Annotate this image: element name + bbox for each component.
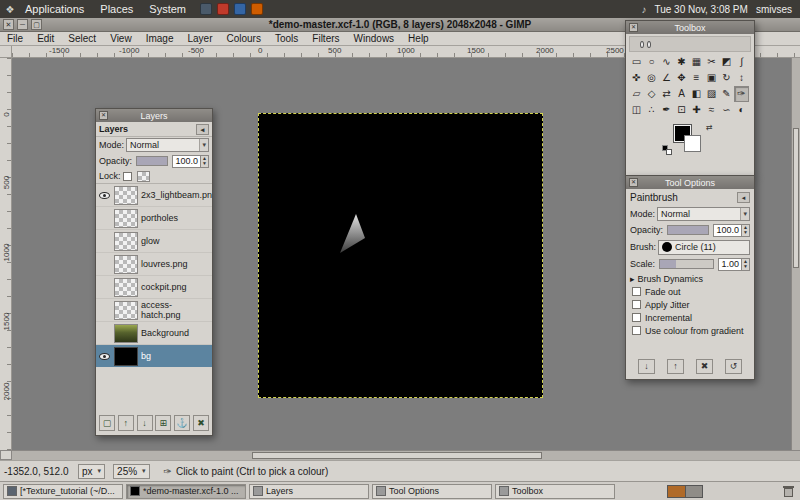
menu-edit[interactable]: Edit [30, 33, 61, 44]
tool-ink[interactable]: ✒ [659, 102, 674, 118]
spin-down-icon[interactable]: ▼ [201, 161, 208, 166]
tool-pencil[interactable]: ✎ [719, 86, 734, 102]
panel-launcher-icon[interactable] [217, 3, 229, 15]
tool-blur-sharpen[interactable]: ≈ [704, 102, 719, 118]
tool-zoom[interactable]: ◎ [644, 70, 659, 86]
opacity-spinner[interactable]: 100.0 ▲▼ [713, 224, 750, 237]
clock[interactable]: Tue 30 Nov, 3:08 PM [654, 4, 747, 15]
tool-fuzzy-select[interactable]: ✱ [674, 54, 689, 70]
layer-thumbnail[interactable] [114, 324, 138, 343]
layer-thumbnail[interactable] [114, 301, 138, 320]
tool-perspective[interactable]: ◇ [644, 86, 659, 102]
layer-row[interactable]: glow [96, 230, 212, 253]
delete-layer-button[interactable]: ✖ [193, 415, 209, 431]
layer-name[interactable]: glow [141, 236, 160, 246]
layer-row[interactable]: access-hatch.png [96, 299, 212, 322]
eye-icon[interactable] [99, 192, 110, 199]
taskbar-item[interactable]: Tool Options [372, 484, 492, 499]
restore-options-button[interactable]: ↑ [667, 359, 684, 374]
tool-airbrush[interactable]: ∴ [644, 102, 659, 118]
trash-icon[interactable] [783, 485, 794, 497]
image-canvas[interactable] [258, 113, 543, 398]
tool-move[interactable]: ✥ [674, 70, 689, 86]
visibility-cell[interactable] [98, 192, 111, 199]
menu-help[interactable]: Help [401, 33, 436, 44]
layer-thumbnail[interactable] [114, 186, 138, 205]
layer-thumbnail[interactable] [114, 232, 138, 251]
checkbox[interactable] [632, 300, 641, 309]
tool-flip[interactable]: ⇄ [659, 86, 674, 102]
menu-image[interactable]: Image [139, 33, 181, 44]
tool-text[interactable]: A [674, 86, 689, 102]
visibility-cell[interactable] [98, 353, 111, 360]
vertical-scrollbar[interactable] [791, 58, 800, 450]
swap-colors-icon[interactable]: ⇄ [706, 123, 713, 132]
brush-dynamics-expander[interactable]: ▸ Brush Dynamics [626, 272, 754, 285]
horizontal-scrollbar[interactable] [12, 450, 800, 460]
layer-name[interactable]: 2x3_lightbeam.png [141, 190, 212, 200]
dock-menu-icon[interactable]: ◂ [196, 124, 209, 135]
toolbox-titlebar[interactable]: ✕ Toolbox [626, 21, 754, 34]
scale-spinner[interactable]: 1.00 ▲▼ [718, 258, 750, 271]
raise-layer-button[interactable]: ↑ [118, 415, 134, 431]
fade-out-option[interactable]: Fade out [626, 285, 754, 298]
tool-bucket-fill[interactable]: ◧ [689, 86, 704, 102]
apply-jitter-option[interactable]: Apply Jitter [626, 298, 754, 311]
menu-view[interactable]: View [103, 33, 139, 44]
dock-menu-icon[interactable]: ◂ [737, 192, 750, 203]
spinner-arrows[interactable]: ▲▼ [741, 259, 749, 270]
scrollbar-thumb[interactable] [252, 452, 542, 459]
background-color-swatch[interactable] [684, 135, 701, 152]
new-layer-button[interactable]: ▢ [99, 415, 115, 431]
tool-scale[interactable]: ↕ [734, 70, 749, 86]
spinner-arrows[interactable]: ▲▼ [741, 225, 749, 236]
workspace-1[interactable] [668, 486, 685, 497]
tool-paintbrush[interactable]: ✑ [734, 86, 749, 102]
checkbox[interactable] [632, 313, 641, 322]
panel-launcher-icon[interactable] [251, 3, 263, 15]
tool-align[interactable]: ≡ [689, 70, 704, 86]
scale-slider[interactable] [659, 259, 714, 269]
opacity-slider[interactable] [136, 156, 168, 166]
layer-row[interactable]: cockpit.png [96, 276, 212, 299]
tool-options-titlebar[interactable]: ✕ Tool Options [626, 176, 754, 189]
anchor-layer-button[interactable]: ⚓ [174, 415, 190, 431]
layer-thumbnail[interactable] [114, 255, 138, 274]
tool-heal[interactable]: ✚ [689, 102, 704, 118]
layer-row-selected[interactable]: bg [96, 345, 212, 367]
tool-blend[interactable]: ▨ [704, 86, 719, 102]
incremental-option[interactable]: Incremental [626, 311, 754, 324]
reset-options-button[interactable]: ↺ [725, 359, 742, 374]
layer-thumbnail[interactable] [114, 209, 138, 228]
layers-dialog-titlebar[interactable]: ✕ Layers [96, 109, 212, 122]
eye-icon[interactable] [99, 353, 110, 360]
layers-tab[interactable]: Layers ◂ [96, 122, 212, 137]
default-colors-icon[interactable] [662, 145, 672, 155]
layer-row[interactable]: Background [96, 322, 212, 345]
opacity-spinner[interactable]: 100.0 ▲▼ [172, 155, 209, 168]
layer-name[interactable]: portholes [141, 213, 178, 223]
vertical-ruler[interactable]: 0 500 1000 1500 2000 [0, 58, 12, 460]
lock-checkbox[interactable] [123, 172, 132, 181]
menu-file[interactable]: File [0, 33, 30, 44]
menu-select[interactable]: Select [61, 33, 103, 44]
system-menu[interactable]: System [141, 0, 194, 18]
layer-row[interactable]: louvres.png [96, 253, 212, 276]
tool-rectangle-select[interactable]: ▭ [629, 54, 644, 70]
layer-thumbnail[interactable] [114, 347, 138, 366]
tool-ellipse-select[interactable]: ○ [644, 54, 659, 70]
tool-paths[interactable]: ∫ [734, 54, 749, 70]
opacity-slider[interactable] [667, 225, 709, 235]
checkbox[interactable] [632, 326, 641, 335]
scrollbar-thumb[interactable] [793, 128, 799, 268]
checkbox[interactable] [632, 287, 641, 296]
quick-mask-toggle[interactable] [0, 450, 12, 460]
zoom-select[interactable]: 25% ▾ [113, 464, 150, 479]
tool-select-by-color[interactable]: ▦ [689, 54, 704, 70]
tool-rotate[interactable]: ↻ [719, 70, 734, 86]
taskbar-item[interactable]: Toolbox [495, 484, 615, 499]
layer-thumbnail[interactable] [114, 278, 138, 297]
tool-free-select[interactable]: ∿ [659, 54, 674, 70]
distributor-logo-icon[interactable]: ❖ [3, 4, 17, 15]
brush-select-button[interactable]: Circle (11) [658, 240, 750, 255]
